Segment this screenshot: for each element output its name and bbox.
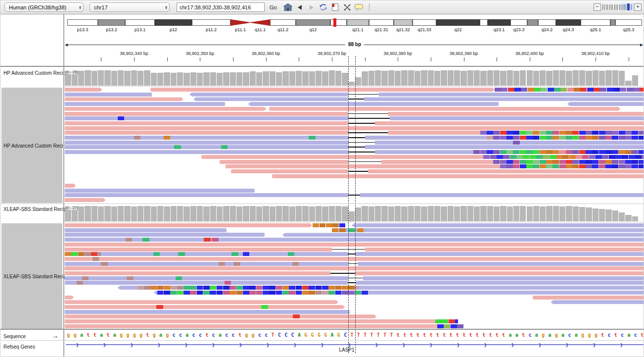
zoom-tick[interactable] (631, 4, 632, 10)
read[interactable] (272, 174, 644, 178)
track-name-refseq[interactable]: Refseq Genes (3, 344, 35, 350)
chromosome-ideogram[interactable] (66, 19, 642, 26)
ideogram-band[interactable] (610, 19, 615, 26)
read[interactable] (65, 93, 152, 97)
sequence-strand-arrow-icon[interactable]: → (52, 332, 58, 340)
read[interactable] (150, 88, 495, 92)
read[interactable] (65, 189, 255, 193)
read[interactable] (65, 126, 644, 130)
alignment-track-1[interactable] (65, 88, 644, 203)
refresh-icon[interactable] (318, 2, 329, 13)
ideogram-band[interactable] (330, 19, 347, 26)
zoom-slider[interactable]: − + (594, 3, 642, 11)
read[interactable] (65, 102, 225, 106)
tooltip-bubble-icon[interactable] (353, 2, 365, 13)
zoom-slider-handle[interactable] (627, 3, 630, 10)
read[interactable] (352, 223, 644, 227)
read[interactable] (282, 233, 644, 237)
ideogram-band[interactable] (67, 19, 98, 26)
read[interactable] (269, 107, 620, 111)
ideogram-band[interactable] (296, 19, 330, 26)
zoom-tick[interactable] (609, 4, 610, 10)
fit-to-window-icon[interactable] (341, 2, 353, 13)
ideogram-band[interactable] (125, 19, 155, 26)
ideogram-band[interactable] (270, 19, 296, 26)
read[interactable] (65, 296, 74, 300)
ideogram-band[interactable] (347, 19, 369, 26)
ideogram-band[interactable] (230, 19, 250, 26)
ideogram-band[interactable] (488, 19, 510, 26)
track-name-sequence[interactable]: Sequence (3, 334, 26, 339)
zoom-tick[interactable] (602, 4, 603, 10)
track-name-alignment-2[interactable]: XLEAP-SBS Standard Recipe (1, 223, 62, 329)
zoom-tick[interactable] (604, 4, 604, 10)
read[interactable] (65, 243, 644, 247)
read[interactable] (65, 314, 377, 318)
ideogram-band[interactable] (510, 19, 527, 26)
read[interactable] (65, 97, 184, 101)
read[interactable] (65, 228, 227, 232)
read[interactable] (65, 107, 267, 111)
ideogram-band[interactable] (250, 19, 270, 26)
alignment-track-2[interactable] (65, 223, 644, 329)
back-icon[interactable] (294, 2, 306, 13)
locus-input[interactable]: chr17:38,902,330-38,902,416 (177, 2, 265, 12)
read[interactable] (65, 324, 463, 328)
zoom-tick[interactable] (621, 4, 621, 10)
track-name-coverage-2[interactable]: XLEAP-SBS Standard Recipe (3, 206, 69, 212)
read[interactable] (65, 266, 644, 270)
ideogram-band[interactable] (192, 19, 230, 26)
go-button[interactable]: Go (270, 4, 277, 10)
read[interactable] (332, 228, 644, 232)
coverage-track-1[interactable]: [0 - 26] (65, 70, 644, 87)
ideogram-band[interactable] (615, 19, 642, 26)
read[interactable] (65, 223, 312, 227)
read[interactable] (65, 319, 459, 323)
coverage-track-2[interactable]: [0 - 27] (65, 205, 644, 222)
region-tool-icon[interactable] (329, 2, 341, 13)
read[interactable] (193, 97, 644, 101)
zoom-tick[interactable] (617, 4, 618, 10)
read[interactable] (65, 233, 265, 237)
read[interactable] (65, 305, 345, 309)
track-name-coverage-1[interactable]: HP Advanced Custom Recipe (3, 70, 69, 76)
read[interactable] (248, 102, 499, 106)
read[interactable] (231, 169, 644, 173)
ideogram-band[interactable] (155, 19, 192, 26)
zoom-tick[interactable] (616, 4, 616, 10)
ideogram-band[interactable] (98, 19, 125, 26)
gene-line[interactable] (66, 344, 644, 345)
zoom-tick-strip[interactable] (602, 3, 633, 10)
read[interactable] (567, 102, 644, 106)
zoom-tick[interactable] (624, 4, 625, 10)
track-name-alignment-1[interactable]: HP Advanced Custom Recipe (1, 88, 62, 203)
read[interactable] (65, 310, 350, 314)
ideogram-band[interactable] (480, 19, 488, 26)
ideogram-band[interactable] (581, 19, 610, 26)
ideogram-band[interactable] (538, 19, 556, 26)
zoom-tick[interactable] (614, 4, 615, 10)
zoom-tick[interactable] (611, 4, 611, 10)
read[interactable] (189, 93, 644, 97)
zoom-tick[interactable] (606, 4, 606, 10)
zoom-tick[interactable] (607, 4, 608, 10)
read[interactable] (65, 238, 644, 242)
home-icon[interactable] (282, 2, 294, 13)
zoom-tick[interactable] (626, 4, 626, 10)
ideogram-band[interactable] (556, 19, 581, 26)
forward-icon[interactable] (306, 2, 318, 13)
read[interactable] (65, 198, 106, 202)
zoom-out-button[interactable]: − (594, 3, 601, 11)
read[interactable] (65, 300, 338, 304)
read[interactable] (551, 300, 644, 304)
zoom-in-button[interactable]: + (634, 3, 642, 11)
ideogram-band[interactable] (394, 19, 413, 26)
ideogram-band[interactable] (436, 19, 480, 26)
read[interactable] (533, 296, 644, 300)
read[interactable] (65, 184, 76, 188)
read[interactable] (65, 88, 102, 92)
zoom-tick[interactable] (619, 4, 620, 10)
read[interactable] (65, 257, 644, 261)
ideogram-band[interactable] (413, 19, 436, 26)
genome-select[interactable]: Human (GRCh38/hg38) ▲▼ (4, 2, 84, 12)
